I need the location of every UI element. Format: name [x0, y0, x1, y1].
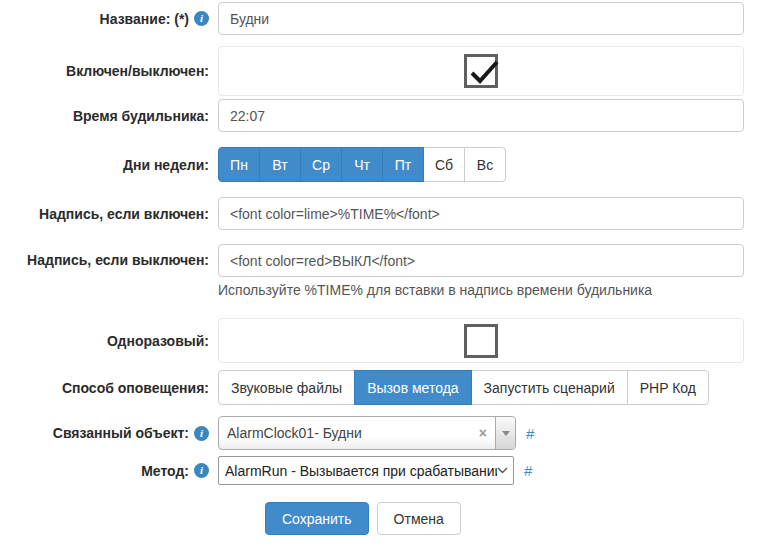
caption-off-input[interactable]: [218, 244, 744, 277]
caption-off-label-wrap: Надпись, если выключен:: [0, 244, 218, 268]
linked-object-label-wrap: Связанный объект: i: [0, 425, 218, 441]
enabled-checkbox[interactable]: [464, 54, 498, 88]
onetime-label-wrap: Одноразовый:: [0, 333, 218, 349]
method-label-wrap: Метод: i: [0, 463, 218, 479]
notify-label-wrap: Способ оповещения:: [0, 380, 218, 396]
alarm-settings-form: Название: (*) i Включен/выключен: Время …: [0, 2, 766, 535]
notify-button-group: Звуковые файлы Вызов метода Запустить сц…: [218, 370, 709, 405]
onetime-checkbox-panel: [218, 318, 744, 363]
linked-object-value: AlarmClock01- Будни: [219, 425, 471, 441]
enabled-row: Включен/выключен:: [0, 46, 766, 96]
time-placeholder-help-text: Используйте %TIME% для вставки в надпись…: [218, 282, 766, 298]
notify-button-method-call[interactable]: Вызов метода: [354, 370, 471, 405]
linked-object-row: Связанный объект: i AlarmClock01- Будни …: [0, 416, 766, 450]
day-button-mon[interactable]: Пн: [218, 147, 260, 182]
method-select-value: AlarmRun - Вызывается при срабатывании: [225, 463, 497, 479]
time-row: Время будильника:: [0, 99, 766, 132]
onetime-label: Одноразовый:: [107, 333, 209, 349]
caption-on-input[interactable]: [218, 197, 744, 230]
name-input[interactable]: [218, 2, 744, 35]
save-button[interactable]: Сохранить: [265, 502, 369, 535]
actions-row: Сохранить Отмена: [0, 502, 766, 535]
weekdays-row: Дни недели: Пн Вт Ср Чт Пт Сб Вс: [0, 147, 766, 182]
method-hash-link[interactable]: #: [524, 462, 532, 479]
cancel-button[interactable]: Отмена: [377, 502, 461, 535]
linked-object-hash-link[interactable]: #: [526, 425, 534, 442]
method-select[interactable]: AlarmRun - Вызывается при срабатывании: [218, 456, 514, 485]
method-row: Метод: i AlarmRun - Вызывается при сраба…: [0, 456, 766, 485]
weekdays-label: Дни недели:: [123, 157, 209, 173]
onetime-checkbox[interactable]: [464, 324, 498, 358]
info-icon[interactable]: i: [194, 11, 209, 26]
time-label: Время будильника:: [73, 108, 209, 124]
enabled-label: Включен/выключен:: [66, 63, 209, 79]
day-button-tue[interactable]: Вт: [259, 147, 301, 182]
name-label-wrap: Название: (*) i: [0, 11, 218, 27]
onetime-row: Одноразовый:: [0, 318, 766, 363]
enabled-label-wrap: Включен/выключен:: [0, 63, 218, 79]
name-row: Название: (*) i: [0, 2, 766, 35]
caption-on-label: Надпись, если включен:: [39, 206, 209, 222]
notify-button-sound-files[interactable]: Звуковые файлы: [218, 370, 355, 405]
enabled-checkbox-panel: [218, 46, 744, 96]
notify-button-php-code[interactable]: PHP Код: [627, 370, 709, 405]
name-label: Название: (*): [100, 11, 189, 27]
time-label-wrap: Время будильника:: [0, 108, 218, 124]
linked-object-label: Связанный объект:: [53, 425, 189, 441]
dropdown-arrow-icon[interactable]: [495, 417, 515, 449]
notify-button-run-scenario[interactable]: Запустить сценарий: [471, 370, 628, 405]
linked-object-select[interactable]: AlarmClock01- Будни ×: [218, 416, 516, 450]
checkmark-icon: [466, 54, 502, 90]
caption-on-row: Надпись, если включен:: [0, 197, 766, 230]
day-button-sun[interactable]: Вс: [464, 147, 506, 182]
notify-label: Способ оповещения:: [62, 380, 209, 396]
clear-icon[interactable]: ×: [471, 425, 495, 441]
caption-off-row: Надпись, если выключен: Используйте %TIM…: [0, 244, 766, 298]
day-button-wed[interactable]: Ср: [300, 147, 342, 182]
caption-off-label: Надпись, если выключен:: [27, 252, 209, 268]
info-icon[interactable]: i: [194, 426, 209, 441]
info-icon[interactable]: i: [194, 463, 209, 478]
weekdays-label-wrap: Дни недели:: [0, 157, 218, 173]
caption-on-label-wrap: Надпись, если включен:: [0, 206, 218, 222]
method-label: Метод:: [141, 463, 189, 479]
weekday-button-group: Пн Вт Ср Чт Пт Сб Вс: [218, 147, 506, 182]
notify-method-row: Способ оповещения: Звуковые файлы Вызов …: [0, 370, 766, 405]
alarm-time-input[interactable]: [218, 99, 744, 132]
day-button-thu[interactable]: Чт: [341, 147, 383, 182]
chevron-down-icon: [497, 467, 508, 474]
day-button-fri[interactable]: Пт: [382, 147, 424, 182]
day-button-sat[interactable]: Сб: [423, 147, 465, 182]
